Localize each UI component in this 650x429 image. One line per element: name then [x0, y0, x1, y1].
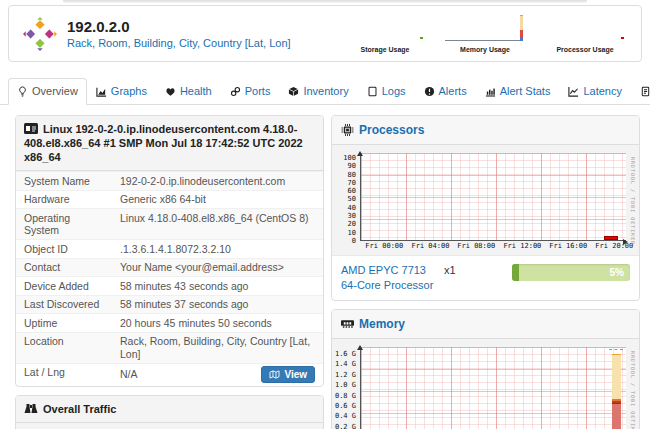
overall-traffic-title: Overall Traffic: [43, 403, 116, 415]
id-card-icon: [24, 123, 38, 134]
bar-chart-icon: [485, 86, 496, 97]
memory-usage-minigraph[interactable]: Memory Usage: [443, 14, 527, 53]
rrdtool-watermark: RRDTOOL / TOBI OETIKER: [630, 157, 636, 245]
tab-alerts[interactable]: Alerts: [415, 78, 476, 105]
row-last-discovered: Last Discovered 58 minutes 37 seconds ag…: [16, 295, 323, 314]
memory-icon: [341, 318, 354, 330]
row-device-added: Device Added 58 minutes 43 seconds ago: [16, 277, 323, 296]
overall-traffic-card: Overall Traffic 150 k 100 k 50 k 0 RRDTO…: [15, 395, 324, 429]
binoculars-icon: [24, 403, 38, 414]
device-header-card: 192.0.2.0 Rack, Room, Building, City, Co…: [8, 5, 642, 62]
processors-card: Processors 1009080706050403020100 Fri 00…: [331, 115, 640, 301]
cpu-name-link[interactable]: AMD EPYC 7713: [341, 264, 426, 276]
row-system-name: System Name 192-0-2-0.ip.linodeuserconte…: [16, 172, 323, 191]
memory-header[interactable]: Memory: [332, 310, 639, 339]
rrdtool-watermark: RRDTOOL / TOBI OETIKER: [630, 351, 636, 429]
tab-label: Logs: [382, 85, 406, 97]
memory-graph[interactable]: 1.6 G1.4 G1.2 G1.0 G0.8 G0.6 G0.4 G0.2 G…: [332, 339, 639, 429]
cpu-count: x1: [444, 264, 456, 276]
processor-usage-bar: [604, 236, 618, 240]
link-icon: [230, 86, 241, 97]
device-ip: 192.0.2.0: [67, 18, 291, 35]
line-chart-icon: [568, 86, 579, 97]
tab-notes[interactable]: Notes: [631, 78, 650, 105]
processors-title: Processors: [359, 123, 424, 137]
tab-label: Health: [180, 85, 212, 97]
device-info-table: System Name 192-0-2-0.ip.linodeuserconte…: [16, 171, 323, 386]
storage-usage-minigraph[interactable]: Storage Usage: [343, 14, 427, 53]
row-uptime: Uptime 20 hours 45 minutes 50 seconds: [16, 314, 323, 333]
memory-total-line: [609, 349, 623, 350]
processor-usage-sparkline: [543, 14, 627, 45]
memory-usage-sparkline: [443, 14, 527, 45]
lightbulb-icon: [17, 86, 28, 97]
alert-circle-icon: [424, 86, 435, 97]
tab-health[interactable]: Health: [156, 78, 221, 105]
memory-x-axis: Fri 00:00Fri 04:00Fri 08:00Fri 12:00Fri …: [361, 347, 626, 429]
overall-traffic-graph[interactable]: 150 k 100 k 50 k 0 RRDTOOL / TOBI OETIKE…: [16, 423, 323, 429]
lat-lng-value: N/A: [120, 368, 138, 381]
cpu-description-link[interactable]: 64-Core Processor: [341, 279, 433, 291]
storage-usage-sparkline: [343, 14, 427, 45]
file-icon: [367, 86, 378, 97]
device-tab-bar: Overview Graphs Health Ports Inventory L…: [0, 74, 650, 105]
heartbeat-icon: [165, 86, 176, 97]
processors-plot-area: Fri 00:00Fri 04:00Fri 08:00Fri 12:00Fri …: [360, 153, 626, 241]
top-navbar-remnant: [63, 0, 587, 3]
processor-usage-minigraph[interactable]: Processor Usage: [543, 14, 627, 53]
processors-header[interactable]: Processors: [332, 116, 639, 145]
device-titles: 192.0.2.0 Rack, Room, Building, City, Co…: [67, 18, 291, 49]
tab-alert-stats[interactable]: Alert Stats: [476, 78, 560, 105]
device-kernel-title: Linux 192-0-2-0.ip.linodeusercontent.com…: [24, 123, 303, 163]
left-column: Linux 192-0-2-0.ip.linodeusercontent.com…: [15, 115, 324, 429]
right-column: Processors 1009080706050403020100 Fri 00…: [331, 115, 640, 429]
row-hardware: Hardware Generic x86 64-bit: [16, 190, 323, 209]
memory-usage-label: Memory Usage: [460, 46, 510, 53]
tab-latency[interactable]: Latency: [559, 78, 631, 105]
device-info-header: Linux 192-0-2-0.ip.linodeusercontent.com…: [16, 116, 323, 171]
memory-card: Memory 1.6 G1.4 G1.2 G1.0 G0.8 G0.6 G0.4…: [331, 309, 640, 429]
cube-icon: [288, 86, 299, 97]
tab-ports[interactable]: Ports: [221, 78, 280, 105]
tab-graphs[interactable]: Graphs: [87, 78, 156, 105]
memory-title: Memory: [359, 317, 405, 331]
row-lat-lng: Lat / Lng N/A View: [16, 363, 323, 386]
memory-y-axis: 1.6 G1.4 G1.2 G1.0 G0.8 G0.6 G0.4 G0.2 G…: [332, 347, 360, 429]
tab-inventory[interactable]: Inventory: [279, 78, 357, 105]
row-object-id: Object ID .1.3.6.1.4.1.8072.3.2.10: [16, 240, 323, 259]
tab-label: Alert Stats: [500, 85, 551, 97]
tab-label: Graphs: [111, 85, 147, 97]
tab-logs[interactable]: Logs: [358, 78, 415, 105]
processors-graph[interactable]: 1009080706050403020100 Fri 00:00Fri 04:0…: [332, 145, 639, 255]
note-icon: [640, 86, 650, 97]
tab-label: Overview: [32, 85, 78, 97]
memory-plot-area: Fri 00:00Fri 04:00Fri 08:00Fri 12:00Fri …: [360, 347, 626, 429]
overall-traffic-header: Overall Traffic: [16, 396, 323, 423]
tab-label: Alerts: [439, 85, 467, 97]
cpu-usage-progress: 5%: [512, 264, 630, 281]
view-map-button[interactable]: View: [261, 366, 315, 383]
memory-stacked-bar: [612, 347, 621, 429]
tab-label: Inventory: [303, 85, 348, 97]
tab-label: Ports: [245, 85, 271, 97]
device-info-card: Linux 192-0-2-0.ip.linodeusercontent.com…: [15, 115, 324, 387]
storage-usage-label: Storage Usage: [360, 46, 409, 53]
row-location: Location Rack, Room, Building, City, Cou…: [16, 332, 323, 363]
overview-content: Linux 192-0-2-0.ip.linodeusercontent.com…: [0, 105, 650, 429]
header-usage-graphs: Storage Usage Memory Usage Processor Usa…: [343, 14, 629, 53]
centos-logo-icon: [23, 17, 57, 51]
row-contact: Contact Your Name <your@email.address>: [16, 258, 323, 277]
processors-x-axis: Fri 00:00Fri 04:00Fri 08:00Fri 12:00Fri …: [361, 153, 626, 240]
processors-y-axis: 1009080706050403020100: [332, 153, 360, 241]
row-operating-system: Operating System Linux 4.18.0-408.el8.x8…: [16, 209, 323, 240]
cpu-usage-percent: 5%: [610, 264, 624, 281]
map-icon: [269, 370, 280, 379]
cpu-usage-progress-fill: [512, 264, 519, 281]
device-location-link[interactable]: Rack, Room, Building, City, Country [Lat…: [67, 37, 291, 49]
cpu-name-block: AMD EPYC 7713x1 64-Core Processor: [341, 263, 456, 292]
chart-area-icon: [96, 86, 107, 97]
cpu-detail-row: AMD EPYC 7713x1 64-Core Processor 5%: [332, 255, 639, 300]
processor-usage-label: Processor Usage: [556, 46, 613, 53]
tab-label: Latency: [583, 85, 622, 97]
tab-overview[interactable]: Overview: [8, 78, 87, 105]
